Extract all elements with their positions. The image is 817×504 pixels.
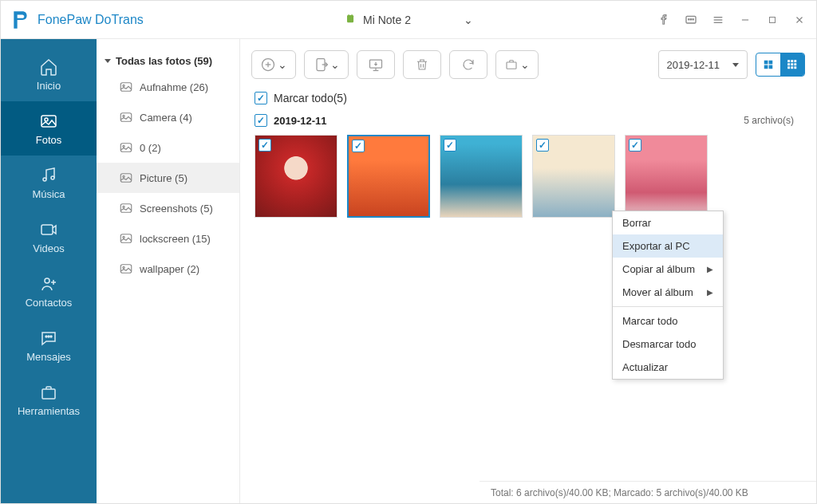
- svg-rect-18: [41, 225, 53, 234]
- svg-rect-53: [764, 65, 768, 69]
- ctx-refresh[interactable]: Actualizar: [613, 356, 723, 379]
- folder-item-lockscreen[interactable]: lockscreen (15): [97, 223, 239, 254]
- chevron-down-icon: ⌄: [520, 58, 530, 71]
- submenu-arrow-icon: ▶: [707, 288, 713, 297]
- nav-item-tools[interactable]: Herramientas: [1, 372, 97, 427]
- nav-label: Videos: [33, 242, 65, 254]
- to-pc-button[interactable]: [357, 50, 395, 79]
- photo-checkbox[interactable]: [259, 139, 271, 152]
- photo-item[interactable]: [347, 135, 430, 218]
- view-large-grid[interactable]: [756, 53, 780, 76]
- folder-item-aufnahme[interactable]: Aufnahme (26): [97, 72, 239, 102]
- feedback-icon[interactable]: [684, 13, 698, 27]
- group-checkbox[interactable]: [255, 114, 267, 127]
- svg-rect-34: [120, 204, 132, 213]
- photo-item[interactable]: [625, 135, 708, 218]
- svg-rect-25: [42, 389, 55, 399]
- menu-icon[interactable]: [711, 13, 725, 27]
- folder-label: Picture (5): [140, 172, 187, 184]
- svg-rect-28: [120, 113, 132, 122]
- photo-checkbox[interactable]: [536, 139, 549, 152]
- svg-point-6: [693, 18, 693, 19]
- svg-point-24: [50, 336, 52, 337]
- date-filter-value: 2019-12-11: [667, 59, 720, 71]
- photo-checkbox[interactable]: [444, 139, 456, 152]
- date-filter[interactable]: 2019-12-11: [658, 50, 748, 79]
- svg-point-23: [48, 336, 49, 337]
- toolbox-button[interactable]: ⌄: [495, 50, 539, 79]
- nav-item-home[interactable]: Inicio: [1, 47, 97, 101]
- to-device-button[interactable]: ⌄: [304, 50, 349, 79]
- photo-item[interactable]: [255, 135, 337, 218]
- folder-item-wallpaper[interactable]: wallpaper (2): [97, 254, 239, 284]
- toolbar: ⌄ ⌄ ⌄ 2019-12-11: [240, 39, 816, 87]
- svg-rect-50: [507, 62, 516, 69]
- nav-item-contacts[interactable]: Contactos: [1, 264, 97, 318]
- refresh-button[interactable]: [449, 50, 487, 79]
- svg-point-17: [51, 176, 54, 179]
- svg-point-29: [123, 115, 124, 116]
- select-all-checkbox[interactable]: [255, 92, 267, 104]
- maximize-button[interactable]: [765, 13, 780, 27]
- ctx-export-pc[interactable]: Exportar al PC: [613, 234, 723, 258]
- ctx-select-all[interactable]: Marcar todo: [613, 309, 723, 333]
- nav-label: Herramientas: [18, 405, 80, 417]
- folder-item-camera[interactable]: Camera (4): [97, 102, 239, 132]
- svg-rect-51: [764, 61, 768, 65]
- svg-point-37: [123, 236, 124, 238]
- nav-item-music[interactable]: Música: [1, 156, 97, 210]
- photo-checkbox[interactable]: [352, 140, 365, 152]
- svg-rect-2: [347, 15, 353, 21]
- minimize-button[interactable]: [738, 13, 752, 27]
- nav-label: Mensajes: [26, 351, 71, 363]
- folder-item-screenshots[interactable]: Screenshots (5): [97, 193, 239, 223]
- close-button[interactable]: [792, 13, 807, 27]
- ctx-delete[interactable]: Borrar: [613, 211, 723, 234]
- ctx-move-album[interactable]: Mover al álbum▶: [613, 281, 723, 304]
- delete-button[interactable]: [403, 50, 441, 79]
- ctx-deselect-all[interactable]: Desmarcar todo: [613, 333, 723, 356]
- photo-item[interactable]: [532, 135, 615, 218]
- svg-rect-32: [120, 174, 132, 183]
- group-header: 2019-12-11 5 archivo(s): [240, 109, 816, 132]
- nav-label: Música: [32, 188, 65, 200]
- nav-item-messages[interactable]: Mensajes: [1, 318, 97, 372]
- nav-label: Inicio: [37, 80, 61, 92]
- group-count: 5 archivo(s): [744, 115, 802, 126]
- nav-item-photos[interactable]: Fotos: [1, 101, 97, 156]
- folder-header[interactable]: Todas las fotos (59): [97, 50, 239, 72]
- svg-rect-57: [794, 60, 796, 62]
- device-selector[interactable]: Mi Note 2 ⌄: [344, 12, 473, 28]
- svg-point-31: [123, 145, 124, 147]
- view-small-grid[interactable]: [780, 53, 804, 76]
- svg-point-39: [123, 266, 124, 268]
- ctx-copy-album[interactable]: Copiar al álbum▶: [613, 258, 723, 281]
- facebook-icon[interactable]: [657, 13, 671, 27]
- nav-label: Fotos: [36, 134, 62, 146]
- svg-rect-63: [794, 66, 796, 69]
- svg-rect-30: [120, 144, 132, 152]
- nav-sidebar: Inicio Fotos Música Videos Contactos Men…: [1, 39, 97, 503]
- select-all-row: Marcar todo(5): [240, 87, 816, 109]
- svg-rect-60: [794, 63, 796, 65]
- window-controls: [657, 13, 807, 27]
- folder-item-0[interactable]: 0 (2): [97, 132, 239, 163]
- svg-rect-58: [787, 63, 790, 65]
- svg-point-35: [123, 206, 124, 207]
- photo-checkbox[interactable]: [629, 139, 641, 152]
- select-all-label: Marcar todo(5): [274, 92, 347, 104]
- folder-item-picture[interactable]: Picture (5): [97, 163, 239, 193]
- photo-item[interactable]: [440, 135, 523, 218]
- add-button[interactable]: ⌄: [251, 50, 296, 79]
- chevron-down-icon: ⌄: [278, 58, 287, 71]
- svg-point-22: [45, 336, 47, 337]
- photo-grid: [240, 132, 816, 221]
- folder-label: Camera (4): [140, 112, 192, 124]
- svg-rect-38: [120, 265, 132, 274]
- svg-point-15: [45, 118, 48, 121]
- nav-item-videos[interactable]: Videos: [1, 210, 97, 264]
- svg-rect-36: [120, 234, 132, 243]
- svg-rect-61: [787, 66, 790, 69]
- svg-rect-54: [769, 65, 773, 69]
- content-area: ⌄ ⌄ ⌄ 2019-12-11: [240, 39, 816, 503]
